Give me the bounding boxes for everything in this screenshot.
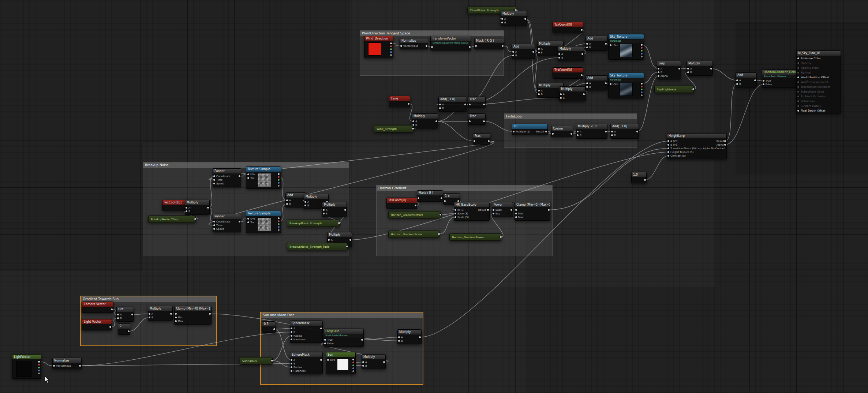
material-pin-custom-data-0[interactable]: Custom Data 0 [797, 104, 841, 108]
pin-connector[interactable] [278, 226, 280, 228]
pin[interactable] [634, 130, 639, 134]
pin-connector[interactable] [213, 183, 215, 184]
pin[interactable] [639, 46, 643, 49]
pin-connector[interactable] [658, 71, 659, 73]
pin-connector[interactable] [444, 200, 446, 202]
pin-a[interactable]: A [538, 47, 544, 51]
pin-connector[interactable] [538, 52, 540, 53]
pin-connector[interactable] [418, 197, 419, 199]
pin-connector[interactable] [128, 330, 130, 332]
pin-connector[interactable] [797, 72, 799, 74]
pin-connector[interactable] [545, 131, 547, 132]
node-wind-direction[interactable]: Wind_Direction [364, 36, 393, 58]
pin[interactable] [388, 51, 392, 54]
pin-a[interactable]: A [586, 82, 592, 85]
pin[interactable] [271, 328, 276, 331]
material-pin-ambient-occlusion[interactable]: Ambient Occlusion [797, 94, 841, 99]
pin[interactable] [431, 45, 435, 49]
pin-connector[interactable] [286, 199, 288, 201]
pin-connector[interactable] [797, 86, 799, 88]
pin-max[interactable]: Max [515, 216, 524, 219]
pin-contrast-s[interactable]: Contrast (S) [667, 154, 715, 158]
pin-a[interactable]: A [439, 103, 445, 106]
pin[interactable] [276, 184, 280, 187]
pin-connector[interactable] [605, 131, 607, 132]
pin[interactable] [236, 175, 241, 178]
pin-connector[interactable] [483, 104, 485, 105]
pin-connector[interactable] [304, 201, 306, 203]
pin-connector[interactable] [502, 45, 504, 47]
pin-connector[interactable] [390, 45, 392, 47]
pin[interactable] [388, 45, 392, 48]
node-horizon-gradientpower[interactable]: Horizon_GradientPower [449, 233, 501, 241]
pin-connector[interactable] [324, 339, 326, 341]
pin[interactable] [412, 204, 417, 207]
pin-a[interactable]: A [362, 360, 368, 364]
material-pin-tessellation-multiplier[interactable]: Tessellation Multiplier [797, 85, 841, 89]
node-texture-sample[interactable]: Texture SampleUVsTex [246, 211, 281, 233]
pin[interactable] [515, 208, 524, 212]
pin[interactable] [276, 226, 280, 229]
pin-speed[interactable]: Speed [213, 227, 231, 231]
pin-connector[interactable] [328, 239, 330, 241]
pin-a[interactable]: A [290, 358, 307, 362]
pin-connector[interactable] [439, 107, 441, 109]
pin-connector[interactable] [724, 140, 726, 142]
pin[interactable] [36, 369, 40, 372]
pin-alpha[interactable]: Alpha [657, 74, 669, 78]
pin[interactable] [473, 139, 478, 143]
pin-connector[interactable] [464, 104, 466, 105]
node-skybrightness[interactable]: SkyBrightness [654, 86, 694, 93]
node-camera-vector[interactable]: Camera Vector [82, 302, 113, 313]
pin-connector[interactable] [583, 93, 585, 95]
pin-connector[interactable] [641, 86, 643, 87]
pin-connector[interactable] [431, 46, 433, 48]
pin-connector[interactable] [692, 88, 694, 90]
node-multiply[interactable]: MultiplyAB [559, 86, 585, 101]
pin-exp[interactable]: Exp [492, 212, 503, 216]
pin[interactable] [381, 360, 385, 364]
pin[interactable] [468, 120, 473, 123]
pin[interactable] [359, 338, 363, 342]
pin[interactable] [603, 82, 607, 85]
pin-connector[interactable] [400, 45, 402, 47]
pin[interactable] [500, 44, 504, 48]
pin-connector[interactable] [469, 104, 471, 105]
pin-a[interactable]: A [736, 79, 742, 82]
pin[interactable] [36, 363, 40, 366]
pin[interactable] [579, 74, 583, 77]
pin-a[interactable]: A [558, 52, 564, 56]
pin-connector[interactable] [493, 213, 494, 214]
pin-connector[interactable] [441, 197, 442, 199]
pin-connector[interactable] [349, 239, 351, 241]
pin[interactable] [639, 82, 643, 85]
pin-b[interactable]: B [558, 56, 564, 60]
pin-b[interactable]: B [117, 317, 123, 320]
pin-a[interactable]: A [148, 312, 154, 316]
pin-a[interactable]: A [687, 67, 693, 71]
pin[interactable] [639, 55, 643, 58]
pin-connector[interactable] [412, 120, 414, 122]
pin-scale-s[interactable]: Scale (S) [454, 216, 470, 219]
pin-a[interactable]: A [412, 120, 418, 123]
pin-connector[interactable] [38, 373, 40, 374]
pin-transition-phase-s-lerp-alpha-no-contact[interactable]: Transition Phase (S) Lerp Alpha No Conta… [667, 147, 715, 150]
pin-connector[interactable] [515, 209, 517, 211]
pin-connector[interactable] [207, 207, 209, 209]
pin-connector[interactable] [346, 246, 348, 247]
pin-connector[interactable] [454, 216, 456, 218]
pin-connector[interactable] [610, 44, 611, 46]
pin-result[interactable]: Result [477, 208, 489, 212]
node-mask-r-g[interactable]: Mask ( R G ) [474, 38, 504, 49]
pin[interactable] [579, 52, 584, 56]
pin-max[interactable]: Max [175, 319, 184, 323]
node-sunradius[interactable]: SunRadius [240, 357, 273, 364]
pin-connector[interactable] [754, 79, 756, 81]
pin-a[interactable]: A [576, 130, 583, 134]
pin-connector[interactable] [586, 46, 588, 48]
pin-connector[interactable] [512, 51, 514, 53]
node-dot[interactable]: DotAB [116, 307, 134, 322]
pin-connector[interactable] [454, 213, 456, 214]
node-panner[interactable]: PannerCoordinateTimeSpeed [213, 168, 241, 187]
material-pin-world-position-offset[interactable]: World Position Offset [797, 75, 841, 80]
